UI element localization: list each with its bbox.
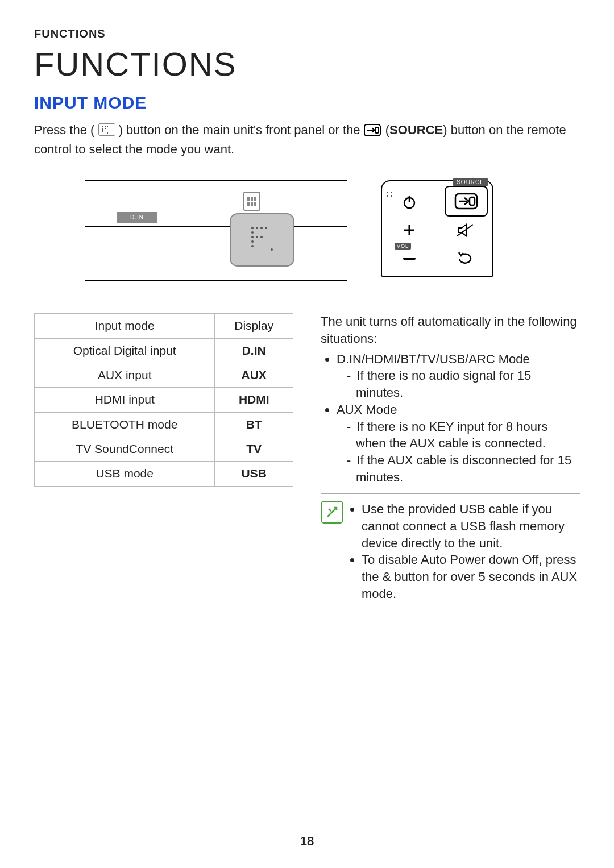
power-icon	[389, 192, 430, 212]
note-icon	[321, 501, 343, 524]
intro-paragraph: Press the ( ) button on the main unit's …	[34, 122, 580, 157]
table-row: Optical Digital inputD.IN	[35, 338, 293, 363]
source-button-callout	[445, 186, 488, 217]
volume-down-icon	[389, 248, 430, 269]
svg-rect-1	[375, 127, 379, 133]
intro-text-a: Press the (	[34, 123, 94, 137]
auto-off-lead: The unit turns off automatically in the …	[321, 313, 580, 347]
table-row: USB modeUSB	[35, 462, 293, 486]
input-mode-heading: INPUT MODE	[34, 93, 580, 113]
mute-icon	[445, 220, 486, 240]
table-head-display: Display	[215, 314, 293, 338]
table-row: BLUETOOTH modeBT	[35, 412, 293, 437]
function-button-icon	[98, 123, 115, 136]
note-item: To disable Auto Power down Off, press th…	[362, 551, 580, 602]
din-port-label: D.IN	[117, 212, 157, 223]
input-mode-table: Input mode Display Optical Digital input…	[34, 313, 293, 486]
table-row: TV SoundConnectTV	[35, 437, 293, 462]
note-item: Use the provided USB cable if you cannot…	[362, 501, 580, 551]
display-indicator-icon	[243, 192, 260, 211]
section-header: FUNCTIONS	[34, 27, 580, 40]
svg-rect-3	[470, 197, 475, 205]
main-unit-diagram: D.IN	[85, 180, 347, 281]
svg-rect-9	[403, 258, 416, 260]
page-number: 18	[0, 834, 614, 849]
table-head-mode: Input mode	[35, 314, 215, 338]
remote-vol-label: VOL	[395, 243, 411, 250]
repeat-icon	[445, 248, 486, 269]
intro-text-b: ) button on the main unit's front panel …	[119, 123, 364, 137]
source-label-bold: SOURCE	[389, 123, 443, 137]
svg-line-8	[457, 225, 473, 236]
mode-list-item: D.IN/HDMI/BT/TV/USB/ARC Mode If there is…	[337, 351, 580, 401]
mode-list-item: AUX Mode If there is no KEY input for 8 …	[337, 401, 580, 485]
source-icon	[364, 124, 381, 141]
volume-up-icon	[389, 220, 430, 240]
remote-source-label: SOURCE	[453, 178, 488, 186]
note-box: Use the provided USB cable if you cannot…	[321, 493, 580, 609]
function-button-large	[230, 213, 294, 267]
sub-item: If the AUX cable is disconnected for 15 …	[347, 452, 580, 485]
page-title: FUNCTIONS	[34, 45, 580, 83]
table-row: HDMI inputHDMI	[35, 388, 293, 412]
sub-item: If there is no KEY input for 8 hours whe…	[347, 418, 580, 452]
sub-item: If there is no audio signal for 15 minut…	[347, 367, 580, 401]
table-row: AUX inputAUX	[35, 363, 293, 388]
play-pause-glyph: &	[383, 570, 391, 584]
remote-diagram: SOURCE	[381, 180, 493, 277]
